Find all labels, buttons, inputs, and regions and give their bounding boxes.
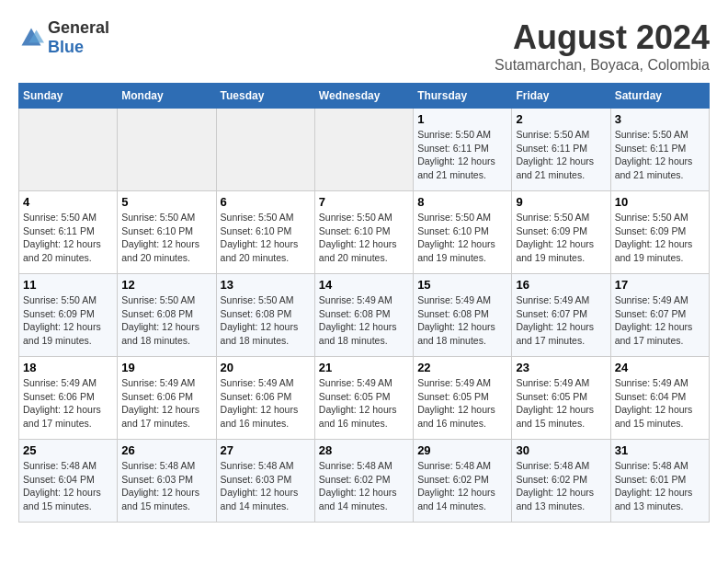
day-number: 30	[516, 443, 606, 457]
day-info: Sunrise: 5:48 AM Sunset: 6:02 PM Dayligh…	[417, 459, 507, 513]
day-cell: 27Sunrise: 5:48 AM Sunset: 6:03 PM Dayli…	[216, 440, 314, 523]
day-cell: 31Sunrise: 5:48 AM Sunset: 6:01 PM Dayli…	[610, 440, 709, 523]
day-number: 22	[417, 361, 507, 374]
day-info: Sunrise: 5:50 AM Sunset: 6:11 PM Dayligh…	[615, 128, 705, 182]
day-number: 27	[221, 443, 311, 457]
day-cell: 8Sunrise: 5:50 AM Sunset: 6:10 PM Daylig…	[414, 191, 512, 274]
week-row-5: 25Sunrise: 5:48 AM Sunset: 6:04 PM Dayli…	[19, 440, 710, 523]
day-info: Sunrise: 5:49 AM Sunset: 6:06 PM Dayligh…	[221, 376, 311, 431]
day-info: Sunrise: 5:49 AM Sunset: 6:07 PM Dayligh…	[615, 293, 705, 348]
day-number: 5	[121, 195, 211, 209]
day-number: 3	[615, 112, 705, 126]
week-row-2: 4Sunrise: 5:50 AM Sunset: 6:11 PM Daylig…	[19, 191, 710, 274]
day-cell: 16Sunrise: 5:49 AM Sunset: 6:07 PM Dayli…	[512, 274, 610, 357]
day-info: Sunrise: 5:50 AM Sunset: 6:08 PM Dayligh…	[221, 293, 311, 348]
day-cell: 29Sunrise: 5:48 AM Sunset: 6:02 PM Dayli…	[414, 440, 512, 523]
day-cell: 20Sunrise: 5:49 AM Sunset: 6:06 PM Dayli…	[216, 357, 314, 440]
calendar-table: SundayMondayTuesdayWednesdayThursdayFrid…	[18, 83, 710, 523]
day-cell: 14Sunrise: 5:49 AM Sunset: 6:08 PM Dayli…	[314, 274, 413, 357]
day-number: 26	[121, 443, 211, 457]
day-info: Sunrise: 5:48 AM Sunset: 6:03 PM Dayligh…	[121, 459, 211, 513]
day-cell: 21Sunrise: 5:49 AM Sunset: 6:05 PM Dayli…	[314, 357, 413, 440]
day-cell: 2Sunrise: 5:50 AM Sunset: 6:11 PM Daylig…	[512, 109, 610, 191]
day-number: 7	[319, 195, 409, 209]
subtitle: Sutamarchan, Boyaca, Colombia	[495, 57, 710, 74]
day-cell: 26Sunrise: 5:48 AM Sunset: 6:03 PM Dayli…	[118, 440, 216, 523]
day-cell: 10Sunrise: 5:50 AM Sunset: 6:09 PM Dayli…	[610, 191, 709, 274]
day-info: Sunrise: 5:48 AM Sunset: 6:01 PM Dayligh…	[615, 459, 705, 513]
day-cell: 7Sunrise: 5:50 AM Sunset: 6:10 PM Daylig…	[314, 191, 413, 274]
week-row-3: 11Sunrise: 5:50 AM Sunset: 6:09 PM Dayli…	[19, 274, 710, 357]
day-number: 8	[417, 195, 507, 209]
day-info: Sunrise: 5:49 AM Sunset: 6:06 PM Dayligh…	[23, 376, 113, 431]
day-cell	[118, 109, 216, 191]
day-cell: 11Sunrise: 5:50 AM Sunset: 6:09 PM Dayli…	[19, 274, 118, 357]
day-number: 16	[516, 278, 606, 292]
day-number: 18	[23, 361, 113, 374]
day-info: Sunrise: 5:50 AM Sunset: 6:09 PM Dayligh…	[23, 293, 113, 348]
day-info: Sunrise: 5:50 AM Sunset: 6:08 PM Dayligh…	[121, 293, 211, 348]
header: General Blue August 2024 Sutamarchan, Bo…	[18, 18, 710, 74]
day-info: Sunrise: 5:50 AM Sunset: 6:10 PM Dayligh…	[221, 211, 311, 265]
day-number: 20	[221, 361, 311, 374]
day-cell: 18Sunrise: 5:49 AM Sunset: 6:06 PM Dayli…	[19, 357, 118, 440]
day-info: Sunrise: 5:49 AM Sunset: 6:04 PM Dayligh…	[615, 376, 705, 431]
day-info: Sunrise: 5:48 AM Sunset: 6:04 PM Dayligh…	[23, 459, 113, 513]
day-number: 29	[417, 443, 507, 457]
day-cell: 17Sunrise: 5:49 AM Sunset: 6:07 PM Dayli…	[610, 274, 709, 357]
day-info: Sunrise: 5:50 AM Sunset: 6:09 PM Dayligh…	[516, 211, 606, 265]
day-cell: 25Sunrise: 5:48 AM Sunset: 6:04 PM Dayli…	[19, 440, 118, 523]
day-cell	[19, 109, 118, 191]
day-cell: 9Sunrise: 5:50 AM Sunset: 6:09 PM Daylig…	[512, 191, 610, 274]
logo-blue-text: Blue	[48, 38, 84, 56]
header-cell-friday: Friday	[512, 84, 610, 109]
day-cell	[216, 109, 314, 191]
day-cell: 1Sunrise: 5:50 AM Sunset: 6:11 PM Daylig…	[414, 109, 512, 191]
day-number: 11	[23, 278, 113, 292]
day-info: Sunrise: 5:49 AM Sunset: 6:08 PM Dayligh…	[417, 293, 507, 348]
header-cell-wednesday: Wednesday	[314, 84, 413, 109]
day-info: Sunrise: 5:50 AM Sunset: 6:11 PM Dayligh…	[516, 128, 606, 182]
day-number: 1	[417, 112, 507, 126]
header-cell-thursday: Thursday	[414, 84, 512, 109]
logo-icon	[18, 25, 44, 51]
day-number: 31	[615, 443, 705, 457]
day-info: Sunrise: 5:48 AM Sunset: 6:02 PM Dayligh…	[319, 459, 409, 513]
day-info: Sunrise: 5:50 AM Sunset: 6:10 PM Dayligh…	[319, 211, 409, 265]
day-info: Sunrise: 5:49 AM Sunset: 6:07 PM Dayligh…	[516, 293, 606, 348]
day-info: Sunrise: 5:49 AM Sunset: 6:05 PM Dayligh…	[516, 376, 606, 431]
day-info: Sunrise: 5:49 AM Sunset: 6:06 PM Dayligh…	[121, 376, 211, 431]
day-number: 13	[221, 278, 311, 292]
day-cell: 24Sunrise: 5:49 AM Sunset: 6:04 PM Dayli…	[610, 357, 709, 440]
day-info: Sunrise: 5:49 AM Sunset: 6:05 PM Dayligh…	[417, 376, 507, 431]
day-number: 24	[615, 361, 705, 374]
day-info: Sunrise: 5:50 AM Sunset: 6:10 PM Dayligh…	[121, 211, 211, 265]
day-cell: 22Sunrise: 5:49 AM Sunset: 6:05 PM Dayli…	[414, 357, 512, 440]
day-cell: 12Sunrise: 5:50 AM Sunset: 6:08 PM Dayli…	[118, 274, 216, 357]
day-cell: 28Sunrise: 5:48 AM Sunset: 6:02 PM Dayli…	[314, 440, 413, 523]
logo-general-text: General	[48, 18, 109, 37]
day-cell: 3Sunrise: 5:50 AM Sunset: 6:11 PM Daylig…	[610, 109, 709, 191]
title-area: August 2024 Sutamarchan, Boyaca, Colombi…	[495, 18, 710, 74]
day-info: Sunrise: 5:48 AM Sunset: 6:03 PM Dayligh…	[221, 459, 311, 513]
day-cell	[314, 109, 413, 191]
day-number: 10	[615, 195, 705, 209]
header-cell-sunday: Sunday	[19, 84, 118, 109]
day-cell: 30Sunrise: 5:48 AM Sunset: 6:02 PM Dayli…	[512, 440, 610, 523]
day-cell: 4Sunrise: 5:50 AM Sunset: 6:11 PM Daylig…	[19, 191, 118, 274]
week-row-1: 1Sunrise: 5:50 AM Sunset: 6:11 PM Daylig…	[19, 109, 710, 191]
day-info: Sunrise: 5:49 AM Sunset: 6:08 PM Dayligh…	[319, 293, 409, 348]
day-number: 25	[23, 443, 113, 457]
day-number: 15	[417, 278, 507, 292]
day-cell: 15Sunrise: 5:49 AM Sunset: 6:08 PM Dayli…	[414, 274, 512, 357]
day-number: 4	[23, 195, 113, 209]
day-cell: 13Sunrise: 5:50 AM Sunset: 6:08 PM Dayli…	[216, 274, 314, 357]
day-info: Sunrise: 5:50 AM Sunset: 6:11 PM Dayligh…	[417, 128, 507, 182]
main-title: August 2024	[495, 18, 710, 57]
logo: General Blue	[18, 18, 109, 57]
day-cell: 5Sunrise: 5:50 AM Sunset: 6:10 PM Daylig…	[118, 191, 216, 274]
day-info: Sunrise: 5:49 AM Sunset: 6:05 PM Dayligh…	[319, 376, 409, 431]
day-cell: 23Sunrise: 5:49 AM Sunset: 6:05 PM Dayli…	[512, 357, 610, 440]
day-number: 21	[319, 361, 409, 374]
day-number: 9	[516, 195, 606, 209]
